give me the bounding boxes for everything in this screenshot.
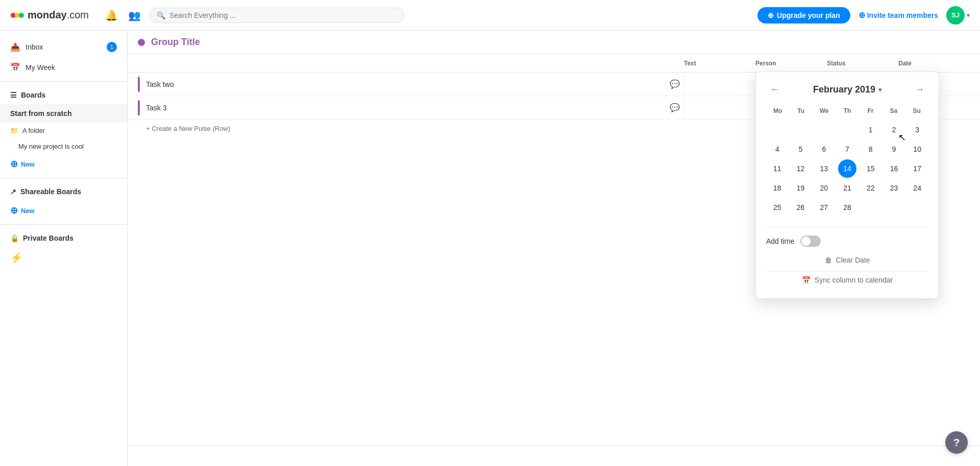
calendar-day[interactable]: 18: [768, 179, 787, 197]
nav-right: ⊕ Upgrade your plan ⊕ Invite team member…: [757, 6, 970, 25]
avatar-wrapper[interactable]: SJ ▾: [946, 6, 970, 25]
sidebar-shareable-label: Shareable Boards: [20, 188, 81, 196]
sidebar-folder[interactable]: 📁 A folder: [0, 123, 127, 138]
calendar-next-button[interactable]: →: [911, 82, 928, 97]
logo-text: monday.com: [28, 9, 89, 21]
calendar-day[interactable]: 27: [815, 198, 833, 217]
new-board-button-1[interactable]: ⊕ New: [0, 154, 127, 174]
group-title[interactable]: Group Title: [151, 37, 200, 48]
calendar-day[interactable]: 7: [838, 140, 856, 158]
row-color-indicator: [138, 77, 140, 92]
calendar-weekdays: Mo Tu We Th Fr Sa Su: [766, 105, 928, 116]
new-board-plus-icon-2: ⊕: [10, 205, 18, 216]
row-chat-icon-1[interactable]: 💬: [666, 79, 684, 89]
calendar-day[interactable]: 21: [838, 179, 856, 197]
row-task-name-1[interactable]: Task two: [146, 80, 666, 88]
topnav: monday.com 🔔 👥 🔍 ⊕ Upgrade your plan ⊕ I…: [0, 0, 980, 31]
help-button[interactable]: ?: [945, 431, 968, 454]
sidebar: 📥 Inbox 1 📅 My Week ☰ Boards Start from …: [0, 31, 128, 466]
calendar-day[interactable]: 25: [768, 198, 787, 217]
calendar-day[interactable]: 13: [815, 159, 833, 178]
bolt-wrapper: ⚡: [0, 247, 127, 268]
calendar-day[interactable]: 3: [908, 121, 926, 139]
calendar-day[interactable]: 10: [908, 140, 926, 158]
notifications-bell-icon[interactable]: 🔔: [105, 9, 118, 21]
weekday-su: Su: [905, 105, 928, 116]
sidebar-my-week-label: My Week: [26, 63, 55, 72]
upgrade-button[interactable]: ⊕ Upgrade your plan: [757, 7, 850, 24]
calendar-day[interactable]: 11: [768, 159, 787, 178]
add-time-label: Add time: [766, 237, 794, 245]
sidebar-item-start-from-scratch[interactable]: Start from scratch: [0, 104, 127, 123]
sidebar-private-section: 🔒 Private Boards: [0, 229, 127, 247]
search-input[interactable]: [169, 11, 397, 19]
calendar-day[interactable]: 16: [885, 159, 903, 178]
calendar-day[interactable]: 15: [862, 159, 880, 178]
calendar-day[interactable]: 8: [862, 140, 880, 158]
sidebar-boards-label: Boards: [21, 91, 45, 99]
calendar-day[interactable]: 24: [908, 179, 926, 197]
row-chat-icon-2[interactable]: 💬: [666, 103, 684, 112]
sync-calendar-label: Sync column to calendar: [815, 276, 893, 284]
calendar-day[interactable]: 4: [768, 140, 787, 158]
sidebar-start-label: Start from scratch: [10, 109, 72, 118]
new-board-button-2[interactable]: ⊕ New: [0, 201, 127, 220]
logo: monday.com: [10, 8, 92, 22]
col-header-date: Date: [898, 60, 970, 67]
invite-button[interactable]: ⊕ Invite team members: [859, 10, 938, 20]
my-week-icon: 📅: [10, 62, 20, 72]
col-header-status: Status: [827, 60, 898, 67]
sidebar-item-inbox[interactable]: 📥 Inbox 1: [0, 37, 127, 57]
calendar-day[interactable]: 17: [908, 159, 926, 178]
clear-date-button[interactable]: 🗑 Clear Date: [766, 253, 928, 267]
calendar-day[interactable]: 14: [838, 159, 856, 178]
calendar-footer: Add time 🗑 Clear Date 📅 Sync column to c…: [766, 227, 928, 288]
calendar-day: [908, 198, 926, 217]
add-time-toggle[interactable]: [800, 236, 821, 247]
group-color-dot: [138, 39, 145, 46]
calendar-day[interactable]: 20: [815, 179, 833, 197]
calendar-prev-button[interactable]: ←: [766, 82, 783, 97]
calendar-day[interactable]: 28: [838, 198, 856, 217]
trash-icon: 🗑: [825, 256, 832, 264]
sidebar-divider-2: [0, 178, 127, 178]
calendar-day[interactable]: 5: [792, 140, 810, 158]
calendar-dropdown-icon[interactable]: ▾: [878, 86, 881, 94]
calendar-day[interactable]: 2: [885, 121, 903, 139]
sync-calendar-button[interactable]: 📅 Sync column to calendar: [766, 271, 928, 288]
weekday-tu: Tu: [789, 105, 812, 116]
calendar-day: [862, 198, 880, 217]
calendar-day[interactable]: 1: [862, 121, 880, 139]
calendar-day[interactable]: 22: [862, 179, 880, 197]
sidebar-item-my-week[interactable]: 📅 My Week: [0, 57, 127, 77]
avatar-chevron-icon: ▾: [967, 12, 970, 19]
avatar: SJ: [946, 6, 965, 25]
folder-icon: 📁: [10, 127, 18, 134]
svg-point-2: [19, 13, 24, 18]
calendar-day[interactable]: 12: [792, 159, 810, 178]
calendar-day[interactable]: 23: [885, 179, 903, 197]
row-color-indicator: [138, 100, 140, 115]
team-icon[interactable]: 👥: [128, 9, 141, 21]
calendar-day[interactable]: 6: [815, 140, 833, 158]
sync-calendar-icon: 📅: [802, 276, 811, 284]
calendar-day: [838, 121, 856, 139]
sidebar-project-item[interactable]: My new project is cool: [0, 138, 127, 154]
calendar-day[interactable]: 9: [885, 140, 903, 158]
calendar-day: [768, 121, 787, 139]
row-task-name-2[interactable]: Task 3: [146, 104, 666, 112]
sidebar-project-label: My new project is cool: [18, 143, 84, 150]
weekday-fr: Fr: [859, 105, 882, 116]
invite-plus-icon: ⊕: [859, 10, 865, 20]
calendar-day[interactable]: 19: [792, 179, 810, 197]
toggle-knob: [801, 237, 811, 246]
bolt-icon: ⚡: [10, 252, 23, 263]
col-header-person: Person: [755, 60, 827, 67]
calendar-day[interactable]: 26: [792, 198, 810, 217]
row-cell-text-2[interactable]: [684, 96, 755, 120]
add-time-row: Add time: [766, 236, 928, 247]
bottom-bar: [128, 446, 980, 466]
sidebar-inbox-label: Inbox: [26, 43, 43, 51]
calendar-header: ← February 2019 ▾ →: [766, 82, 928, 97]
row-cell-text-1[interactable]: [684, 73, 755, 96]
